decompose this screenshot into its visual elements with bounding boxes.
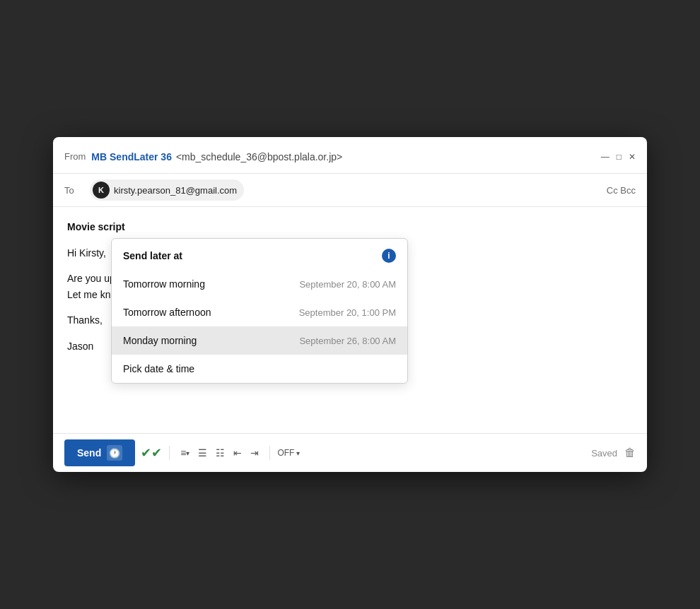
option-time-tomorrow-morning: September 20, 8:00 AM bbox=[299, 279, 396, 290]
option-label-tomorrow-afternoon: Tomorrow afternoon bbox=[123, 307, 211, 318]
recipient-chip[interactable]: K kirsty.pearson_81@gmail.com bbox=[90, 179, 244, 201]
option-label-monday-morning: Monday morning bbox=[123, 335, 197, 346]
send-later-option-pick-date[interactable]: Pick date & time bbox=[112, 355, 407, 383]
to-label: To bbox=[64, 185, 84, 196]
clock-icon: 🕐 bbox=[107, 445, 122, 461]
unordered-list-button[interactable]: ☰ bbox=[194, 445, 211, 461]
maximize-button[interactable]: □ bbox=[617, 153, 622, 161]
to-row: To K kirsty.pearson_81@gmail.com Cc Bcc bbox=[53, 174, 647, 207]
option-time-tomorrow-afternoon: September 20, 1:00 PM bbox=[299, 307, 396, 318]
option-label-pick-date: Pick date & time bbox=[123, 363, 194, 374]
toolbar-right: Saved 🗑 bbox=[591, 447, 636, 459]
off-chevron: ▾ bbox=[296, 449, 300, 457]
toolbar: Send 🕐 ✔✔ ≡ ▾ ☰ ☷ ⇤ ⇥ bbox=[53, 433, 647, 472]
align-icon: ≡ bbox=[180, 447, 186, 459]
separator-2 bbox=[269, 446, 270, 460]
ordered-list-icon: ☷ bbox=[216, 447, 225, 459]
check-icon: ✔✔ bbox=[141, 445, 162, 461]
email-body[interactable]: Movie script Hi Kirsty, Are you up to re… bbox=[53, 207, 647, 433]
send-later-option-monday-morning[interactable]: Monday morning September 26, 8:00 AM bbox=[112, 326, 407, 355]
title-bar: From MB SendLater 36 <mb_schedule_36@bpo… bbox=[53, 137, 647, 174]
off-toggle-button[interactable]: OFF ▾ bbox=[277, 448, 300, 458]
indent-increase-button[interactable]: ⇥ bbox=[247, 445, 262, 461]
send-later-option-tomorrow-afternoon[interactable]: Tomorrow afternoon September 20, 1:00 PM bbox=[112, 298, 407, 326]
send-button[interactable]: Send 🕐 bbox=[64, 439, 135, 466]
send-label: Send bbox=[77, 447, 101, 459]
send-later-header: Send later at i bbox=[112, 239, 407, 270]
trash-icon: 🗑 bbox=[624, 447, 636, 459]
separator-1 bbox=[169, 446, 170, 460]
option-time-monday-morning: September 26, 8:00 AM bbox=[299, 336, 396, 346]
close-button[interactable]: ✕ bbox=[629, 153, 636, 161]
avatar: K bbox=[93, 182, 110, 199]
cc-bcc-button[interactable]: Cc Bcc bbox=[607, 185, 636, 196]
from-label: From bbox=[64, 151, 86, 162]
saved-label: Saved bbox=[591, 448, 617, 459]
subject-line: Movie script bbox=[67, 221, 633, 232]
window-controls: — □ ✕ bbox=[601, 153, 636, 161]
unordered-list-icon: ☰ bbox=[198, 447, 207, 459]
formatting-group: ≡ ▾ ☰ ☷ ⇤ ⇥ bbox=[177, 445, 262, 461]
option-label-tomorrow-morning: Tomorrow morning bbox=[123, 278, 205, 290]
indent-decrease-icon: ⇤ bbox=[233, 447, 242, 459]
delete-button[interactable]: 🗑 bbox=[624, 447, 636, 459]
indent-increase-icon: ⇥ bbox=[250, 447, 259, 459]
send-later-panel: Send later at i Tomorrow morning Septemb… bbox=[111, 238, 408, 384]
sender-email: <mb_schedule_36@bpost.plala.or.jp> bbox=[176, 151, 342, 162]
ordered-list-button[interactable]: ☷ bbox=[212, 445, 228, 461]
info-icon[interactable]: i bbox=[382, 249, 396, 263]
minimize-button[interactable]: — bbox=[601, 153, 609, 161]
recipient-email: kirsty.pearson_81@gmail.com bbox=[114, 185, 237, 196]
align-chevron: ▾ bbox=[186, 449, 189, 457]
email-compose-window: From MB SendLater 36 <mb_schedule_36@bpo… bbox=[53, 137, 647, 472]
indent-decrease-button[interactable]: ⇤ bbox=[230, 445, 245, 461]
off-label: OFF bbox=[277, 448, 294, 458]
sender-name: MB SendLater 36 bbox=[91, 151, 172, 162]
send-later-option-tomorrow-morning[interactable]: Tomorrow morning September 20, 8:00 AM bbox=[112, 270, 407, 298]
check-button[interactable]: ✔✔ bbox=[141, 445, 162, 461]
align-button[interactable]: ≡ ▾ bbox=[177, 445, 193, 461]
send-later-title: Send later at bbox=[123, 250, 182, 261]
